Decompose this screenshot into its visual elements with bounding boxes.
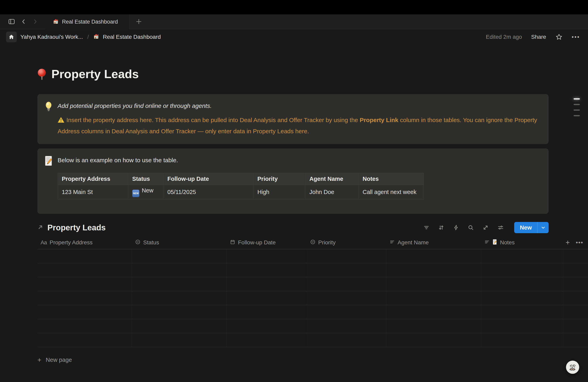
db-column-followup-date[interactable]: Follow-up Date [227,239,307,246]
empty-cell[interactable] [227,277,307,291]
sidebar-toggle-icon[interactable] [8,18,15,25]
search-icon[interactable] [468,225,474,230]
empty-cell[interactable] [227,263,307,277]
filter-icon[interactable] [423,225,429,230]
empty-cell[interactable] [37,291,132,305]
empty-cell[interactable] [37,249,132,263]
db-column-property-address[interactable]: Aa Property Address [37,239,132,246]
db-column-status[interactable]: Status [132,239,227,246]
empty-cell[interactable] [386,249,481,263]
tip-callout[interactable]: Add potential properties you find online… [37,94,549,144]
share-button[interactable]: Share [531,34,546,40]
new-tab-button[interactable] [129,14,148,29]
empty-cell[interactable] [481,319,563,333]
empty-cell[interactable] [386,305,481,319]
db-column-notes[interactable]: Notes [481,239,563,246]
cell-property-address[interactable]: 123 Main St [58,185,128,199]
forward-icon[interactable] [32,18,38,25]
empty-cell[interactable] [307,291,386,305]
automation-lightning-icon[interactable] [453,225,459,230]
empty-cell[interactable] [386,291,481,305]
empty-cell[interactable] [37,333,132,347]
new-button-dropdown[interactable] [537,222,549,233]
empty-cell[interactable] [307,277,386,291]
empty-cell[interactable] [307,249,386,263]
pushpin-emoji [37,68,46,80]
empty-cell[interactable] [132,291,227,305]
empty-cell[interactable] [227,305,307,319]
empty-cell[interactable] [132,249,227,263]
empty-cell[interactable] [132,333,227,347]
empty-cell[interactable] [386,319,481,333]
empty-cell[interactable] [481,263,563,277]
breadcrumb-page[interactable]: Real Estate Dashboard [103,34,161,40]
table-row[interactable] [37,319,588,333]
more-options-icon[interactable]: ••• [572,34,580,40]
breadcrumb: Yahya Kadraoui's Work... / Real Estate D… [6,32,161,42]
table-row[interactable] [37,305,588,319]
favorite-star-icon[interactable] [555,33,563,40]
cell-notes[interactable]: Call agent next week [358,185,424,199]
outline-item[interactable] [574,98,580,99]
empty-cell[interactable] [227,249,307,263]
empty-cell[interactable] [37,305,132,319]
empty-cell[interactable] [227,319,307,333]
cell-status[interactable]: NEWNew [128,185,163,199]
cell-agent-name[interactable]: John Doe [305,185,358,199]
table-row[interactable] [37,249,588,263]
cell-priority[interactable]: High [253,185,305,199]
empty-cell[interactable] [481,291,563,305]
tab-real-estate-dashboard[interactable]: Real Estate Dashboard [45,14,129,29]
empty-cell[interactable] [37,263,132,277]
column-header[interactable]: Notes [358,173,424,185]
expand-icon[interactable] [483,225,489,230]
table-row[interactable] [37,263,588,277]
empty-cell[interactable] [37,277,132,291]
empty-cell[interactable] [386,277,481,291]
table-row[interactable] [37,277,588,291]
table-options-icon[interactable]: ••• [576,239,583,246]
breadcrumb-workspace[interactable]: Yahya Kadraoui's Work... [21,34,83,40]
table-row[interactable] [37,333,588,347]
empty-cell[interactable] [37,319,132,333]
empty-cell[interactable] [132,319,227,333]
empty-cell[interactable] [386,263,481,277]
empty-cell[interactable] [307,305,386,319]
column-header[interactable]: Follow-up Date [163,173,253,185]
new-page-button[interactable]: + New page [37,354,549,366]
empty-cell[interactable] [227,333,307,347]
empty-cell[interactable] [307,319,386,333]
outline-item[interactable] [574,110,580,111]
empty-cell[interactable] [132,263,227,277]
outline-item[interactable] [574,115,580,116]
add-column-icon[interactable]: + [566,239,570,246]
cell-followup-date[interactable]: 05/11/2025 [163,185,253,199]
view-settings-icon[interactable] [497,225,504,230]
sort-icon[interactable] [438,225,444,230]
empty-cell[interactable] [481,277,563,291]
page-title[interactable]: Property Leads [37,67,549,81]
empty-cell[interactable] [481,305,563,319]
collection-title-link[interactable]: Property Leads [37,223,105,232]
outline-item[interactable] [574,104,580,105]
empty-cell[interactable] [307,333,386,347]
back-icon[interactable] [21,18,27,25]
column-header[interactable]: Priority [253,173,305,185]
new-button[interactable]: New [514,222,537,233]
empty-cell[interactable] [132,305,227,319]
empty-cell[interactable] [132,277,227,291]
db-column-agent-name[interactable]: Agent Name [386,239,481,246]
empty-cell[interactable] [386,333,481,347]
column-header[interactable]: Status [128,173,163,185]
column-header[interactable]: Agent Name [305,173,358,185]
empty-cell[interactable] [481,249,563,263]
notion-ai-face-button[interactable] [566,361,579,374]
table-row[interactable] [37,291,588,305]
empty-cell[interactable] [307,263,386,277]
column-header[interactable]: Property Address [58,173,128,185]
workspace-home-icon[interactable] [6,32,17,42]
example-callout[interactable]: Below is an example on how to use the ta… [37,149,549,214]
empty-cell[interactable] [227,291,307,305]
db-column-priority[interactable]: Priority [307,239,386,246]
empty-cell[interactable] [481,333,563,347]
